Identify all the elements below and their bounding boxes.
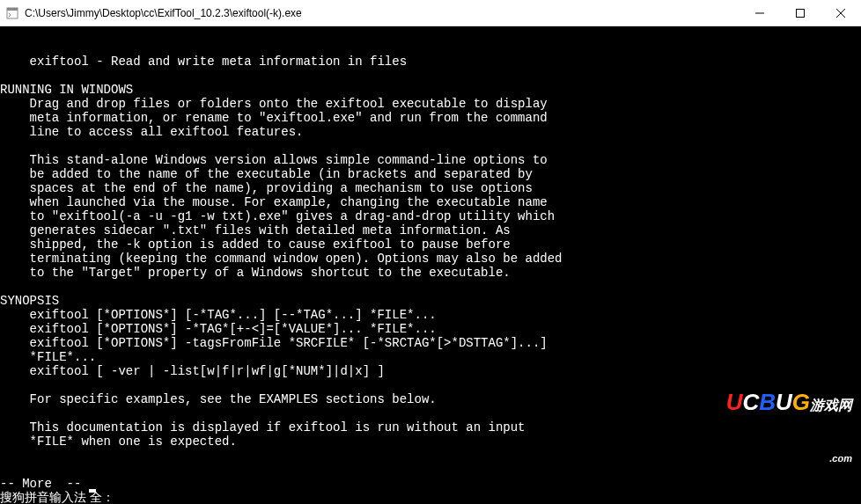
- minimize-button[interactable]: [740, 0, 780, 26]
- console-line: meta information, or rename to "exiftool…: [0, 111, 861, 125]
- console-line: This stand-alone Windows version allows …: [0, 153, 861, 167]
- svg-rect-3: [797, 9, 805, 17]
- console-line: For specific examples, see the EXAMPLES …: [0, 392, 861, 406]
- console-line: line to access all exiftool features.: [0, 125, 861, 139]
- console-line: exiftool [*OPTIONS*] -*TAG*[+-<]=[*VALUE…: [0, 322, 861, 336]
- close-button[interactable]: [821, 0, 861, 26]
- window-controls: [740, 0, 861, 26]
- console-line: generates sidecar ".txt" files with deta…: [0, 223, 861, 237]
- console-line: be added to the name of the executable (…: [0, 167, 861, 181]
- console-line: [0, 139, 861, 153]
- svg-rect-1: [7, 8, 18, 11]
- console-line: *FILE* when one is expected.: [0, 435, 861, 449]
- console-line: *FILE*...: [0, 350, 861, 364]
- console-line: when launched via the mouse. For example…: [0, 195, 861, 209]
- console-line: RUNNING IN WINDOWS: [0, 83, 861, 97]
- console-line: exiftool [*OPTIONS*] -tagsFromFile *SRCF…: [0, 336, 861, 350]
- console-line: This documentation is displayed if exift…: [0, 420, 861, 435]
- console-line: exiftool [*OPTIONS*] [-*TAG*...] [--*TAG…: [0, 308, 861, 322]
- title-bar: C:\Users\Jimmy\Desktop\cc\ExifTool_10.2.…: [0, 0, 861, 26]
- maximize-button[interactable]: [780, 0, 821, 26]
- console-line: [0, 406, 861, 420]
- window-title: C:\Users\Jimmy\Desktop\cc\ExifTool_10.2.…: [25, 7, 740, 19]
- console-output[interactable]: exiftool - Read and write meta informati…: [0, 26, 861, 504]
- ime-status: 搜狗拼音输入法 全：: [0, 490, 114, 504]
- console-line: [0, 378, 861, 392]
- console-line: shipped, the -k option is added to cause…: [0, 237, 861, 252]
- console-line: exiftool - Read and write meta informati…: [0, 55, 861, 69]
- console-line: SYNOPSIS: [0, 294, 861, 308]
- console-line: to "exiftool(-a -u -g1 -w txt).exe" give…: [0, 209, 861, 223]
- console-line: terminating (keeping the command window …: [0, 252, 861, 266]
- app-icon: [5, 6, 19, 20]
- console-line: spaces at the end of the name), providin…: [0, 181, 861, 195]
- console-line: [0, 69, 861, 83]
- console-line: exiftool [ -ver | -list[w|f|r|wf|g[*NUM*…: [0, 364, 861, 378]
- console-line: to the "Target" property of a Windows sh…: [0, 266, 861, 280]
- more-prompt: -- More --: [0, 477, 861, 491]
- console-line: [0, 280, 861, 294]
- console-line: Drag and drop files or folders onto the …: [0, 97, 861, 111]
